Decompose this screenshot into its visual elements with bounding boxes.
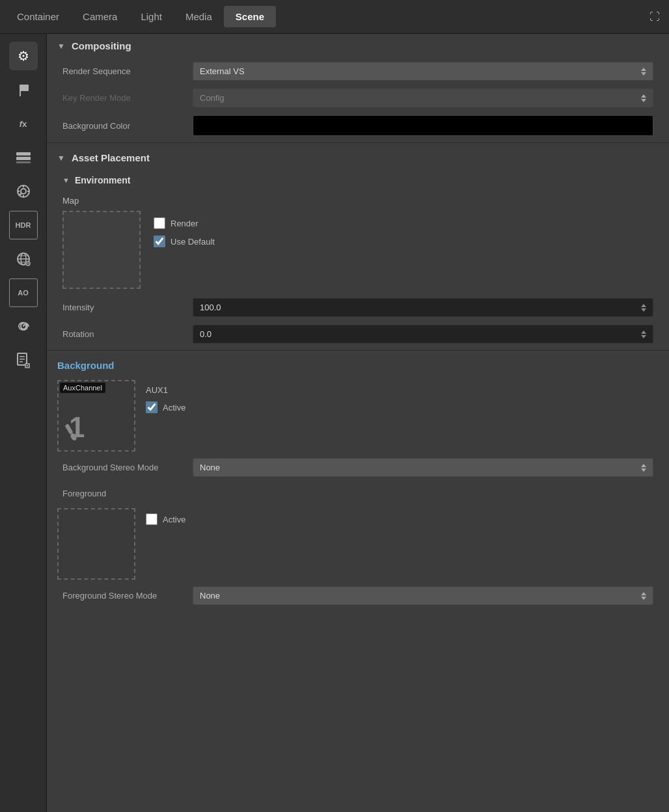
rotation-label: Rotation [62,329,193,339]
render-sequence-arrow [641,68,646,75]
environment-chevron: ▼ [62,176,70,184]
svg-point-12 [27,263,29,264]
map-content: Render Use Default [62,211,653,289]
bg-stereo-mode-value: None [200,463,220,472]
rotation-row: Rotation 0.0 [47,321,669,347]
environment-title: Environment [75,175,131,185]
render-sequence-row: Render Sequence External VS [47,58,669,85]
sidebar-icon-ao[interactable]: AO [9,278,38,307]
intensity-row: Intensity 100.0 [47,294,669,321]
intensity-input[interactable]: 100.0 [193,298,653,317]
compositing-chevron: ▼ [57,42,65,51]
section-divider-2 [47,350,669,351]
map-options: Render Use Default [154,211,215,247]
rotation-input[interactable]: 0.0 [193,325,653,344]
svg-rect-4 [16,161,31,163]
fg-stereo-mode-arrow [641,592,646,600]
sidebar-icon-spiral[interactable] [9,312,38,341]
top-bar-icons: ⛶ [646,8,664,26]
sidebar-icon-settings[interactable]: ⚙ [9,42,38,70]
svg-rect-3 [16,157,31,160]
background-color-control [193,115,653,136]
environment-subsection-header[interactable]: ▼ Environment [47,170,669,191]
fg-stereo-mode-value: None [200,591,220,601]
intensity-arrow [641,304,646,312]
tab-camera[interactable]: Camera [71,6,129,27]
intensity-label: Intensity [62,303,193,312]
svg-rect-0 [20,85,29,91]
bg-stereo-mode-arrow [641,464,646,472]
main-layout: ⚙ fx HDR [0,34,669,812]
fg-bg-options: Active [146,508,185,525]
fg-active-label: Active [163,515,185,524]
key-render-mode-control: Config [193,88,653,107]
tab-container[interactable]: Container [5,6,71,27]
tab-light[interactable]: Light [129,6,174,27]
fg-active-checkbox-row[interactable]: Active [146,513,185,525]
sidebar-icon-flag[interactable] [9,75,38,104]
key-render-mode-value: Config [200,93,225,103]
foreground-label: Foreground [62,489,193,498]
sidebar-icon-doc[interactable] [9,346,38,375]
tab-scene[interactable]: Scene [224,6,276,27]
intensity-value: 100.0 [200,303,221,312]
render-checkbox[interactable] [154,217,165,229]
fg-content-row: Active [47,506,669,582]
bg-active-label: Active [163,403,185,413]
sidebar-icon-effects[interactable]: fx [9,109,38,138]
key-render-mode-arrow [641,94,646,102]
intensity-control: 100.0 [193,298,653,317]
map-thumbnail[interactable] [62,211,141,289]
background-color-row: Background Color [47,111,669,140]
background-color-label: Background Color [62,121,193,131]
svg-rect-14 [64,424,73,435]
render-sequence-label: Render Sequence [62,66,193,76]
aux-thumbnail[interactable]: AuxChannel 1 [57,380,135,452]
asset-placement-chevron: ▼ [57,154,65,163]
render-label: Render [171,219,198,228]
map-label: Map [62,196,653,206]
aux-bg-options: AUX1 Active [146,380,185,413]
content-panel: ▼ Compositing Render Sequence External V… [47,34,669,812]
top-bar: Container Camera Light Media Scene ⛶ [0,0,669,34]
sidebar-icon-globe[interactable] [9,245,38,273]
sidebar-icon-hdr[interactable]: HDR [9,211,38,239]
fg-active-checkbox[interactable] [146,513,157,525]
fg-stereo-mode-row: Foreground Stereo Mode None [47,582,669,609]
svg-point-7 [20,193,22,195]
tab-media[interactable]: Media [174,6,224,27]
fg-stereo-mode-dropdown[interactable]: None [193,586,653,605]
fg-stereo-mode-control: None [193,586,653,605]
bg-active-checkbox-row[interactable]: Active [146,401,185,413]
render-checkbox-row[interactable]: Render [154,217,215,229]
expand-icon[interactable]: ⛶ [646,8,664,26]
render-sequence-value: External VS [200,66,245,76]
bg-stereo-mode-dropdown[interactable]: None [193,458,653,477]
background-color-swatch[interactable] [193,115,653,136]
sidebar-icon-layers[interactable] [9,143,38,172]
bg-active-checkbox[interactable] [146,401,157,413]
sidebar-icon-target[interactable] [9,177,38,206]
render-sequence-control: External VS [193,62,653,81]
asset-placement-section-header[interactable]: ▼ Asset Placement [47,146,669,170]
compositing-section-header[interactable]: ▼ Compositing [47,34,669,58]
fg-stereo-mode-label: Foreground Stereo Mode [62,591,193,601]
section-divider-1 [47,142,669,143]
sidebar: ⚙ fx HDR [0,34,47,812]
rotation-value: 0.0 [200,329,212,339]
key-render-mode-label: Key Render Mode [62,93,193,103]
background-section-title[interactable]: Background [57,360,115,371]
map-area: Map Render Use Default [47,191,669,294]
fg-thumbnail[interactable] [57,508,135,580]
bg-stereo-mode-label: Background Stereo Mode [62,463,193,472]
rotation-control: 0.0 [193,325,653,344]
bg-stereo-mode-row: Background Stereo Mode None [47,454,669,481]
use-default-checkbox[interactable] [154,236,165,247]
use-default-checkbox-row[interactable]: Use Default [154,236,215,247]
key-render-mode-row: Key Render Mode Config [47,85,669,111]
compositing-title: Compositing [72,40,131,51]
render-sequence-dropdown[interactable]: External VS [193,62,653,81]
key-render-mode-dropdown[interactable]: Config [193,88,653,107]
svg-rect-2 [16,152,31,156]
bg-stereo-mode-control: None [193,458,653,477]
